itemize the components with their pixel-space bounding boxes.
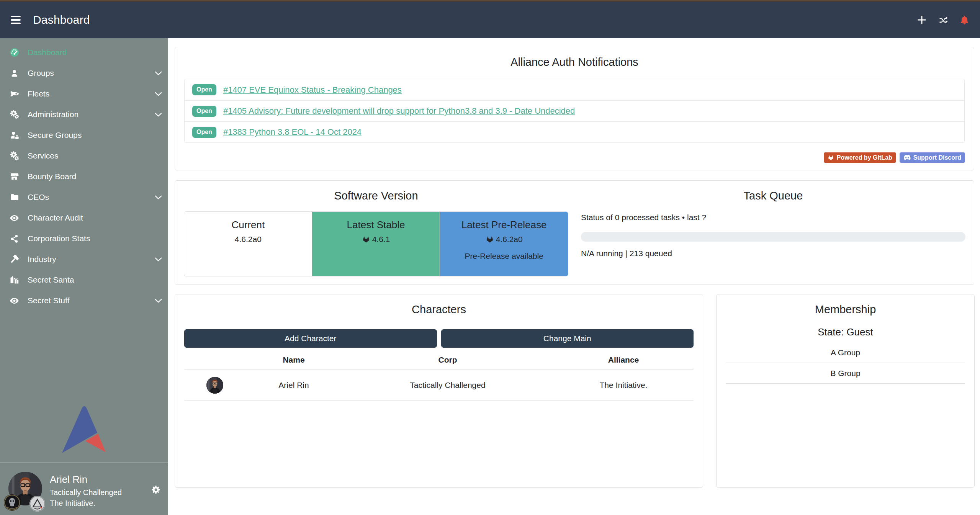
- folder-icon: [9, 193, 20, 202]
- hammer-icon: [9, 255, 20, 264]
- membership-panel: Membership State: Guest A Group B Group: [716, 294, 975, 488]
- shuttle-icon: [9, 89, 20, 99]
- sidebar-item-groups[interactable]: Groups: [0, 63, 168, 83]
- user-panel: Ariel Rin Tactically Challenged The Init…: [0, 463, 168, 515]
- notification-link[interactable]: #1383 Python 3.8 EOL - 14 Oct 2024: [223, 127, 362, 137]
- status-badge: Open: [192, 127, 216, 138]
- sidebar-item-fleets[interactable]: Fleets: [0, 83, 168, 104]
- notification-link[interactable]: #1405 Advisory: Future development will …: [223, 106, 575, 116]
- discord-icon: [903, 155, 911, 160]
- notifications-list: Open #1407 EVE Equinox Status - Breaking…: [184, 79, 965, 143]
- sidebar: Dashboard Groups Fleets Administration S…: [0, 38, 168, 515]
- notification-row: Open #1407 EVE Equinox Status - Breaking…: [185, 79, 964, 100]
- task-queue-status: Status of 0 processed tasks • last ?: [581, 213, 706, 222]
- status-badge: Open: [192, 84, 216, 95]
- membership-title: Membership: [717, 301, 974, 317]
- gauge-icon: [9, 48, 20, 57]
- version-box: Current 4.6.2a0 Latest Stable 4.6.1 Late…: [184, 211, 568, 276]
- chevron-down-icon: [154, 69, 163, 78]
- bell-icon[interactable]: [959, 15, 970, 25]
- sidebar-item-industry[interactable]: Industry: [0, 249, 168, 270]
- add-character-icon[interactable]: [916, 15, 927, 25]
- user-lock-icon: [9, 131, 20, 140]
- chevron-down-icon: [154, 255, 163, 264]
- sidebar-item-administration[interactable]: Administration: [0, 104, 168, 125]
- user-icon: [9, 69, 20, 78]
- version-latest-prerelease: Latest Pre-Release 4.6.2a0 Pre-Release a…: [440, 212, 568, 276]
- character-portrait: [206, 377, 223, 394]
- character-corp: Tactically Challenged: [342, 381, 553, 390]
- software-version-section: Software Version Current 4.6.2a0 Latest …: [184, 181, 568, 284]
- notifications-title: Alliance Auth Notifications: [175, 54, 974, 70]
- prerelease-note: Pre-Release available: [440, 250, 568, 262]
- status-badge: Open: [192, 106, 216, 117]
- sidebar-item-services[interactable]: Services: [0, 146, 168, 166]
- page-title: Dashboard: [33, 13, 90, 26]
- gitlab-tanuki-icon: [362, 236, 370, 243]
- version-current: Current 4.6.2a0: [184, 212, 312, 276]
- gears-icon: [9, 110, 20, 119]
- top-navbar: Dashboard: [0, 2, 980, 38]
- character-row: Ariel Rin Tactically Challenged The Init…: [184, 370, 694, 401]
- sidebar-item-bounty-board[interactable]: Bounty Board: [0, 166, 168, 187]
- chevron-down-icon: [154, 193, 163, 202]
- shop-icon: [9, 172, 20, 181]
- notification-row: Open #1383 Python 3.8 EOL - 14 Oct 2024: [185, 121, 964, 142]
- version-latest-stable: Latest Stable 4.6.1: [312, 212, 440, 276]
- characters-title: Characters: [175, 301, 703, 317]
- task-queue-summary: N/A running | 213 queued: [581, 249, 672, 258]
- membership-state: State: Guest: [717, 325, 974, 339]
- characters-table-header: Name Corp Alliance: [184, 348, 694, 370]
- characters-panel: Characters Add Character Change Main Nam…: [175, 294, 703, 488]
- gitlab-tanuki-icon: [486, 236, 494, 243]
- eye-icon: [9, 296, 20, 306]
- group-row: A Group: [726, 342, 965, 363]
- sidebar-item-dashboard[interactable]: Dashboard: [0, 42, 168, 63]
- sidebar-item-secret-santa[interactable]: Secret Santa: [0, 270, 168, 290]
- alliance-logo: [29, 496, 45, 512]
- software-taskqueue-panel: Software Version Current 4.6.2a0 Latest …: [175, 180, 974, 285]
- eye-icon: [9, 213, 20, 223]
- sidebar-item-secure-groups[interactable]: Secure Groups: [0, 125, 168, 146]
- notifications-panel: Alliance Auth Notifications Open #1407 E…: [175, 47, 974, 170]
- user-corp: Tactically Challenged: [50, 488, 122, 497]
- share-icon: [9, 234, 20, 243]
- sidebar-item-corporation-stats[interactable]: Corporation Stats: [0, 228, 168, 249]
- chevron-down-icon: [154, 90, 163, 98]
- support-discord-badge[interactable]: Support Discord: [900, 152, 965, 163]
- characters-table: Name Corp Alliance Ariel Rin Tactically …: [184, 348, 694, 401]
- change-main-button[interactable]: Change Main: [441, 329, 694, 348]
- header-alliance: Alliance: [553, 355, 694, 365]
- chevron-down-icon: [154, 296, 163, 305]
- sidebar-item-character-audit[interactable]: Character Audit: [0, 208, 168, 228]
- shuffle-icon[interactable]: [938, 15, 948, 25]
- add-character-button[interactable]: Add Character: [184, 329, 437, 348]
- notification-link[interactable]: #1407 EVE Equinox Status - Breaking Chan…: [223, 85, 402, 95]
- group-row: B Group: [726, 363, 965, 384]
- software-version-title: Software Version: [184, 188, 568, 204]
- corp-logo: [4, 494, 20, 511]
- menu-toggle-button[interactable]: [11, 16, 21, 24]
- character-alliance: The Initiative.: [553, 381, 694, 390]
- sidebar-item-ceos[interactable]: CEOs: [0, 187, 168, 208]
- gitlab-tanuki-icon: [828, 155, 834, 161]
- user-name: Ariel Rin: [50, 474, 122, 485]
- character-name: Ariel Rin: [245, 381, 342, 390]
- settings-gear-icon[interactable]: [152, 486, 160, 494]
- main-content: Alliance Auth Notifications Open #1407 E…: [168, 38, 980, 515]
- task-queue-title: Task Queue: [581, 188, 965, 204]
- header-corp: Corp: [342, 355, 553, 365]
- user-alliance: The Initiative.: [50, 499, 122, 508]
- notification-row: Open #1405 Advisory: Future development …: [185, 100, 964, 121]
- task-queue-section: Task Queue Status of 0 processed tasks •…: [581, 181, 965, 284]
- alliance-auth-logo: [62, 405, 106, 453]
- powered-by-gitlab-badge[interactable]: Powered by GitLab: [824, 152, 896, 163]
- header-name: Name: [245, 355, 342, 365]
- gears-icon: [9, 151, 20, 160]
- gifts-icon: [9, 275, 20, 284]
- sidebar-item-secret-stuff[interactable]: Secret Stuff: [0, 290, 168, 311]
- membership-groups-list: A Group B Group: [726, 342, 965, 384]
- task-progress-bar: [581, 232, 965, 242]
- chevron-down-icon: [154, 110, 163, 119]
- sidebar-nav: Dashboard Groups Fleets Administration S…: [0, 38, 168, 311]
